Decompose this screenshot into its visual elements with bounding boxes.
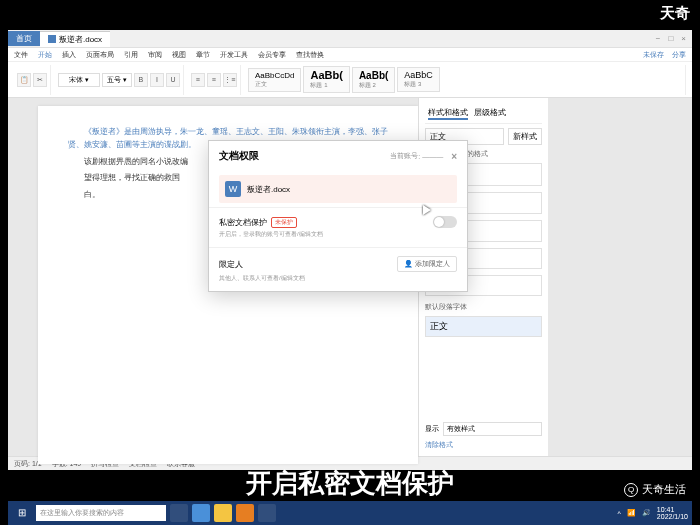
tray-up-icon[interactable]: ^ — [618, 510, 621, 517]
titlebar: 首页 叛逆者.docx − □ × — [8, 30, 692, 48]
add-person-button[interactable]: 👤 添加限定人 — [397, 256, 457, 272]
paste-button[interactable]: 📋 — [17, 73, 31, 87]
font-select[interactable]: 宋体 ▾ — [58, 73, 100, 87]
limit-label: 限定人 — [219, 259, 243, 270]
protect-label: 私密文档保护 — [219, 217, 267, 228]
style-h1[interactable]: AaBb(标题 1 — [303, 66, 349, 93]
protect-badge: 未保护 — [271, 217, 297, 228]
close-icon[interactable]: × — [681, 34, 686, 43]
list-button[interactable]: ⋮≡ — [223, 73, 237, 87]
video-topbar: 天奇 — [0, 0, 700, 30]
clock-time[interactable]: 10:41 — [657, 506, 688, 513]
word-icon: W — [225, 181, 241, 197]
clock-date[interactable]: 2022/1/10 — [657, 513, 688, 520]
minimize-icon[interactable]: − — [656, 34, 661, 43]
styles-group: AaBbCcDd正文 AaBb(标题 1 AaBb(标题 2 AaBbC标题 3 — [245, 65, 686, 95]
maximize-icon[interactable]: □ — [668, 34, 673, 43]
bold-button[interactable]: B — [134, 73, 148, 87]
explorer-icon[interactable] — [214, 504, 232, 522]
style-normal[interactable]: AaBbCcDd正文 — [248, 68, 302, 92]
menubar: 文件 开始 插入 页面布局 引用 审阅 视图 章节 开发工具 会员专享 查找替换… — [8, 48, 692, 62]
window-controls: − □ × — [656, 34, 692, 43]
share-button[interactable]: 分享 — [672, 50, 686, 60]
para-group: ≡ ≡ ⋮≡ — [188, 65, 241, 95]
video-caption: 开启私密文档保护 — [0, 466, 700, 501]
task-view-icon[interactable] — [170, 504, 188, 522]
menu-chapter[interactable]: 章节 — [196, 50, 210, 60]
network-icon[interactable]: 📶 — [627, 509, 636, 517]
tab-styles[interactable]: 样式和格式 — [428, 107, 468, 120]
limit-section: 限定人 👤 添加限定人 其他人、联系人可查看/编辑文档 — [209, 247, 467, 291]
doc-icon — [48, 35, 56, 43]
ribbon: 📋 ✂ 宋体 ▾ 五号 ▾ B I U ≡ ≡ ⋮≡ AaBbCcDd正文 Aa… — [8, 62, 692, 98]
save-status: 未保存 — [643, 50, 664, 60]
menu-file[interactable]: 文件 — [14, 50, 28, 60]
menu-vip[interactable]: 会员专享 — [258, 50, 286, 60]
menu-view[interactable]: 视图 — [172, 50, 186, 60]
style-h2[interactable]: AaBb(标题 2 — [352, 67, 395, 93]
system-tray: ^ 📶 🔊 10:41 2022/1/10 — [618, 506, 688, 520]
wps-icon[interactable] — [236, 504, 254, 522]
align-center-button[interactable]: ≡ — [207, 73, 221, 87]
show-label: 显示 — [425, 424, 439, 434]
brand-watermark: Q 天奇生活 — [624, 482, 686, 497]
brand-icon: Q — [624, 483, 638, 497]
user-label: 当前账号 — [390, 151, 418, 161]
menu-review[interactable]: 审阅 — [148, 50, 162, 60]
protect-section: 私密文档保护 未保护 开启后，登录我的账号可查看/编辑文档 — [209, 207, 467, 247]
italic-button[interactable]: I — [150, 73, 164, 87]
menu-insert[interactable]: 插入 — [62, 50, 76, 60]
volume-icon[interactable]: 🔊 — [642, 509, 651, 517]
menu-find[interactable]: 查找替换 — [296, 50, 324, 60]
menu-dev[interactable]: 开发工具 — [220, 50, 248, 60]
cut-button[interactable]: ✂ — [33, 73, 47, 87]
search-input[interactable]: 在这里输入你要搜索的内容 — [36, 505, 166, 521]
dialog-close-icon[interactable]: × — [451, 151, 457, 162]
font-group: 宋体 ▾ 五号 ▾ B I U — [55, 65, 184, 95]
show-select[interactable]: 有效样式 — [443, 422, 542, 436]
app-icon[interactable] — [258, 504, 276, 522]
tab-document[interactable]: 叛逆者.docx — [40, 31, 110, 47]
taskbar: ⊞ 在这里输入你要搜索的内容 ^ 📶 🔊 10:41 2022/1/10 — [8, 501, 692, 525]
style-item-normal[interactable]: 正文 — [425, 316, 542, 337]
underline-button[interactable]: U — [166, 73, 180, 87]
protect-hint: 开启后，登录我的账号可查看/编辑文档 — [219, 230, 457, 239]
align-left-button[interactable]: ≡ — [191, 73, 205, 87]
pane-tabs: 样式和格式 层级格式 — [425, 104, 542, 124]
font-label: 默认段落字体 — [425, 302, 542, 312]
dialog-title: 文档权限 当前账号 : ——— × — [209, 141, 467, 171]
menu-ref[interactable]: 引用 — [124, 50, 138, 60]
clear-format[interactable]: 清除格式 — [425, 440, 542, 450]
tab-home[interactable]: 首页 — [8, 31, 40, 46]
protect-toggle[interactable] — [433, 216, 457, 228]
filename: 叛逆者.docx — [247, 184, 290, 195]
file-row: W 叛逆者.docx — [219, 175, 457, 203]
clipboard-group: 📋 ✂ — [14, 65, 51, 95]
limit-hint: 其他人、联系人可查看/编辑文档 — [219, 274, 457, 283]
size-select[interactable]: 五号 ▾ — [102, 73, 132, 87]
new-style-button[interactable]: 新样式 — [508, 128, 542, 145]
menu-start[interactable]: 开始 — [38, 50, 52, 60]
menu-layout[interactable]: 页面布局 — [86, 50, 114, 60]
start-button[interactable]: ⊞ — [12, 504, 32, 522]
tab-levels[interactable]: 层级格式 — [474, 107, 506, 120]
edge-icon[interactable] — [192, 504, 210, 522]
permission-dialog: 文档权限 当前账号 : ——— × W 叛逆者.docx 私密文档保护 未保护 … — [208, 140, 468, 292]
wps-window: 首页 叛逆者.docx − □ × 文件 开始 插入 页面布局 引用 审阅 视图… — [8, 30, 692, 470]
style-h3[interactable]: AaBbC标题 3 — [397, 67, 440, 92]
